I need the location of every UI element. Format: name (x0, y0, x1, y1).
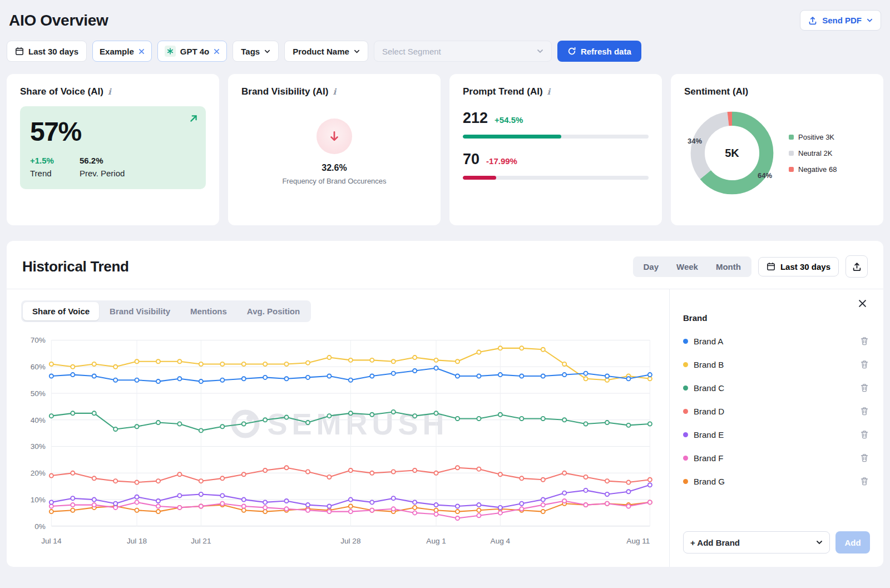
marker-brand-e (520, 502, 523, 506)
add-brand-select[interactable]: + Add Brand (683, 531, 830, 554)
marker-brand-e (562, 491, 566, 495)
export-button[interactable] (846, 255, 868, 278)
marker-brand-c (156, 421, 160, 424)
tab-brand-visibility[interactable]: Brand Visibility (100, 302, 180, 320)
marker-brand-g (242, 508, 246, 512)
marker-brand-d (605, 479, 609, 483)
marker-brand-c (541, 417, 545, 421)
sentiment-donut-chart (684, 105, 780, 201)
segment-select[interactable]: Select Segment (374, 41, 552, 62)
filter-chip-gpt4o[interactable]: GPT 4o (157, 41, 228, 62)
marker-brand-f (50, 504, 53, 508)
delete-brand-icon[interactable] (859, 406, 870, 417)
brand-row-b[interactable]: Brand B (683, 353, 870, 376)
marker-brand-e (648, 483, 652, 487)
marker-brand-d (327, 475, 331, 479)
refresh-data-button[interactable]: Refresh data (557, 41, 641, 62)
brand-row-c[interactable]: Brand C (683, 376, 870, 399)
brand-row-e[interactable]: Brand E (683, 423, 870, 446)
marker-brand-d (71, 471, 75, 475)
tab-share-of-voice[interactable]: Share of Voice (23, 302, 99, 320)
delete-brand-icon[interactable] (859, 382, 870, 393)
delete-brand-icon[interactable] (859, 359, 870, 370)
granularity-day[interactable]: Day (635, 258, 668, 275)
delete-brand-icon[interactable] (859, 429, 870, 440)
brand-row-a[interactable]: Brand A (683, 329, 870, 353)
filter-chip-example[interactable]: Example (92, 41, 152, 62)
y-tick-label: 20% (31, 469, 46, 477)
tab-mentions[interactable]: Mentions (181, 302, 236, 320)
remove-chip-icon[interactable] (139, 48, 145, 55)
marker-brand-f (306, 508, 310, 512)
prev-period-value: 56.2% (80, 156, 125, 165)
marker-brand-f (327, 510, 331, 513)
marker-brand-d (498, 472, 502, 476)
y-tick-label: 10% (31, 496, 46, 504)
marker-brand-e (50, 500, 53, 504)
granularity-month[interactable]: Month (707, 258, 750, 275)
marker-brand-a (456, 374, 459, 378)
send-pdf-button[interactable]: Send PDF (800, 10, 881, 31)
add-brand-button[interactable]: Add (835, 531, 870, 554)
marker-brand-e (113, 502, 117, 506)
trend-label: Trend (30, 169, 54, 178)
marker-brand-c (306, 421, 310, 424)
kpi-cards-row: Share of Voice (AI) i 57% +1.5% Trend 56… (7, 74, 883, 225)
marker-brand-a (584, 372, 587, 375)
marker-brand-e (477, 503, 481, 507)
marker-brand-e (327, 504, 331, 508)
product-name-dropdown[interactable]: Product Name (284, 41, 368, 62)
marker-brand-a (50, 374, 53, 378)
marker-brand-f (349, 510, 353, 513)
marker-brand-c (520, 417, 523, 421)
trend-date-range-button[interactable]: Last 30 days (758, 257, 839, 276)
trend-chart-area: Share of Voice Brand Visibility Mentions… (7, 289, 669, 567)
info-icon[interactable]: i (333, 87, 337, 97)
send-pdf-label: Send PDF (822, 16, 862, 25)
marker-brand-a (520, 374, 523, 378)
marker-brand-c (477, 417, 481, 421)
marker-brand-a (413, 369, 417, 373)
info-icon[interactable]: i (108, 87, 111, 97)
tab-avg-position[interactable]: Avg. Position (238, 302, 309, 320)
progress-fill (463, 176, 496, 180)
export-icon (852, 262, 862, 271)
marker-brand-d (541, 478, 545, 482)
product-name-label: Product Name (293, 47, 349, 56)
marker-brand-b (392, 359, 395, 363)
brand-color-dot (683, 362, 688, 367)
marker-brand-b (413, 355, 417, 359)
delete-brand-icon[interactable] (859, 476, 870, 487)
granularity-week[interactable]: Week (668, 258, 707, 275)
marker-brand-a (177, 377, 181, 381)
marker-brand-f (220, 502, 224, 506)
delete-brand-icon[interactable] (859, 335, 870, 347)
brand-row-g[interactable]: Brand G (683, 470, 870, 493)
marker-brand-f (434, 512, 438, 516)
marker-brand-d (263, 468, 267, 472)
marker-brand-d (135, 481, 139, 485)
close-panel-button[interactable] (855, 296, 870, 311)
marker-brand-g (413, 506, 417, 510)
date-range-button[interactable]: Last 30 days (7, 41, 87, 62)
legend-item-neutral: Neutral 2K (789, 149, 837, 157)
remove-chip-icon[interactable] (214, 48, 220, 55)
delete-brand-icon[interactable] (859, 452, 870, 463)
brand-row-f[interactable]: Brand F (683, 446, 870, 470)
info-icon[interactable]: i (547, 87, 551, 97)
marker-brand-g (541, 510, 545, 513)
marker-brand-g (434, 508, 438, 512)
filter-bar: Last 30 days Example GPT 4o Tags Product (7, 41, 883, 62)
card-title: Brand Visibility (AI) (241, 86, 329, 97)
marker-brand-b (541, 348, 545, 352)
marker-brand-a (562, 373, 566, 377)
marker-brand-c (584, 422, 587, 426)
marker-brand-c (392, 410, 395, 414)
share-of-voice-panel[interactable]: 57% +1.5% Trend 56.2% Prev. Period (20, 106, 206, 189)
neutral-pct-label: 34% (688, 137, 702, 145)
brand-row-d[interactable]: Brand D (683, 399, 870, 423)
aio-overview-page: AIO Overview Send PDF Last 30 days Examp… (0, 0, 890, 567)
tags-dropdown[interactable]: Tags (233, 41, 279, 62)
marker-brand-b (498, 346, 502, 350)
marker-brand-b (220, 362, 224, 366)
